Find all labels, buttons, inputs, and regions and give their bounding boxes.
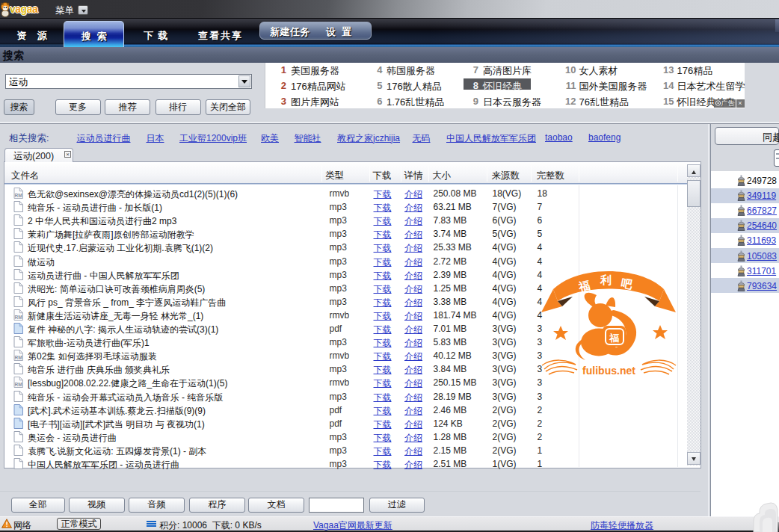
svg-text:RM: RM: [15, 193, 22, 198]
svg-text:RM: RM: [15, 355, 22, 360]
svg-text:RM: RM: [15, 314, 22, 319]
svg-text:福: 福: [609, 332, 620, 344]
svg-text:利: 利: [600, 273, 612, 286]
svg-text:fulibus.net: fulibus.net: [582, 365, 635, 377]
svg-text:RM: RM: [15, 382, 22, 387]
